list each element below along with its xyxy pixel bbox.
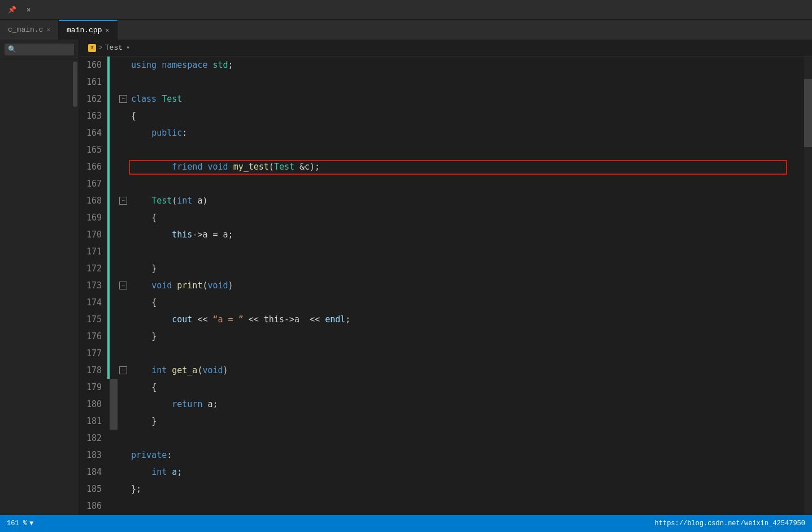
line-number: 180: [79, 396, 107, 413]
collapse-button[interactable]: −: [119, 282, 127, 289]
table-row: 166 friend void my_test(Test &c);: [79, 158, 804, 175]
table-row: 167: [79, 175, 804, 192]
line-number: 167: [79, 175, 107, 192]
line-number: 162: [79, 90, 107, 107]
breadcrumb-dropdown[interactable]: ▾: [126, 44, 130, 52]
table-row: 182: [79, 430, 804, 447]
line-number: 185: [79, 481, 107, 498]
table-row: 175 cout << “a = ” << this->a << endl;: [79, 311, 804, 328]
table-row: 163{: [79, 107, 804, 124]
inline-scrollbar: [110, 90, 118, 107]
line-number: 171: [79, 243, 107, 260]
inline-scrollbar: [110, 396, 118, 413]
inline-scrollbar: [110, 481, 118, 498]
inline-scrollbar: [110, 226, 118, 243]
line-number: 164: [79, 124, 107, 141]
line-number: 161: [79, 73, 107, 90]
line-number: 168: [79, 192, 107, 209]
sidebar-search[interactable]: 🔍: [5, 44, 74, 55]
editor-scrollbar[interactable]: [804, 57, 812, 515]
status-right: https://blog.csdn.net/weixin_42547950: [655, 520, 805, 527]
code-line-text: int get_a(void): [129, 362, 804, 379]
title-bar-controls: 📌 ✕: [5, 5, 34, 15]
line-number: 183: [79, 447, 107, 464]
table-row: 162−class Test: [79, 90, 804, 107]
inline-scrollbar: [110, 379, 118, 396]
code-line-text: [129, 430, 804, 447]
table-row: 169 {: [79, 209, 804, 226]
inline-scrollbar: [110, 311, 118, 328]
code-line-text: {: [129, 294, 804, 311]
tab-main-cpp[interactable]: main.cpp ✕: [59, 20, 118, 40]
close-button[interactable]: ✕: [23, 5, 34, 15]
table-row: 186: [79, 498, 804, 514]
sidebar-top: 🔍: [0, 40, 79, 59]
line-number: 182: [79, 430, 107, 447]
inline-scrollbar: [110, 294, 118, 311]
code-line-text: void print(void): [129, 277, 804, 294]
line-number: 179: [79, 379, 107, 396]
code-line-text: }: [129, 328, 804, 345]
line-number: 175: [79, 311, 107, 328]
code-editor: 160using namespace std;161162−class Test…: [79, 57, 812, 515]
zoom-level: 161 %: [7, 520, 27, 527]
code-line-text: [129, 175, 804, 192]
pin-button[interactable]: 📌: [5, 5, 20, 15]
collapse-button[interactable]: −: [119, 366, 127, 374]
tab-bar: c_main.c ✕ main.cpp ✕: [0, 20, 812, 40]
code-line-text: public:: [129, 124, 804, 141]
code-line-text: }: [129, 260, 804, 277]
inline-scrollbar: [110, 124, 118, 141]
line-number: 181: [79, 413, 107, 430]
breadcrumb-icon: T: [88, 44, 96, 52]
code-line-text: {: [129, 379, 804, 396]
status-left: 161 % ▼: [7, 520, 33, 527]
inline-scrollbar: [110, 413, 118, 430]
sidebar-scrollbar[interactable]: [73, 62, 77, 107]
zoom-control[interactable]: 161 % ▼: [7, 520, 33, 527]
table-row: 176 }: [79, 328, 804, 345]
tab-c-main-label: c_main.c: [8, 25, 43, 34]
code-line-text: };: [129, 481, 804, 498]
collapse-button[interactable]: −: [119, 197, 127, 205]
line-number: 184: [79, 464, 107, 481]
table-row: 184 int a;: [79, 464, 804, 481]
table-row: 183private:: [79, 447, 804, 464]
line-number: 174: [79, 294, 107, 311]
tab-main-cpp-label: main.cpp: [67, 26, 102, 34]
tab-c-main[interactable]: c_main.c ✕: [0, 20, 59, 40]
table-row: 179 {: [79, 379, 804, 396]
code-line-text: return a;: [129, 396, 804, 413]
scroll-thumb[interactable]: [804, 79, 812, 147]
code-line-text: class Test: [129, 90, 804, 107]
code-area[interactable]: 160using namespace std;161162−class Test…: [79, 57, 804, 515]
line-number: 177: [79, 345, 107, 362]
code-line-text: [129, 498, 804, 514]
inline-scrollbar: [110, 158, 118, 175]
collapse-button[interactable]: −: [119, 95, 127, 103]
tab-main-cpp-close[interactable]: ✕: [105, 27, 109, 34]
code-line-text: [129, 345, 804, 362]
table-row: 171: [79, 243, 804, 260]
inline-scrollbar: [110, 175, 118, 192]
line-number: 163: [79, 107, 107, 124]
zoom-dropdown-icon[interactable]: ▼: [29, 520, 33, 527]
breadcrumb-text: Test: [105, 44, 123, 52]
code-line-text: {: [129, 209, 804, 226]
table-row: 178− int get_a(void): [79, 362, 804, 379]
inline-scrollbar: [110, 57, 118, 73]
sidebar-content: [0, 59, 79, 515]
breadcrumb-arrow: >: [98, 44, 103, 52]
table-row: 174 {: [79, 294, 804, 311]
inline-scrollbar: [110, 430, 118, 447]
code-line-text: private:: [129, 447, 804, 464]
status-bar: 161 % ▼ https://blog.csdn.net/weixin_425…: [0, 515, 812, 532]
table-row: 164 public:: [79, 124, 804, 141]
inline-scrollbar: [110, 277, 118, 294]
inline-scrollbar: [110, 447, 118, 464]
tab-c-main-close[interactable]: ✕: [46, 26, 50, 33]
inline-scrollbar: [110, 328, 118, 345]
search-icon: 🔍: [8, 45, 16, 54]
line-number: 173: [79, 277, 107, 294]
line-number: 172: [79, 260, 107, 277]
